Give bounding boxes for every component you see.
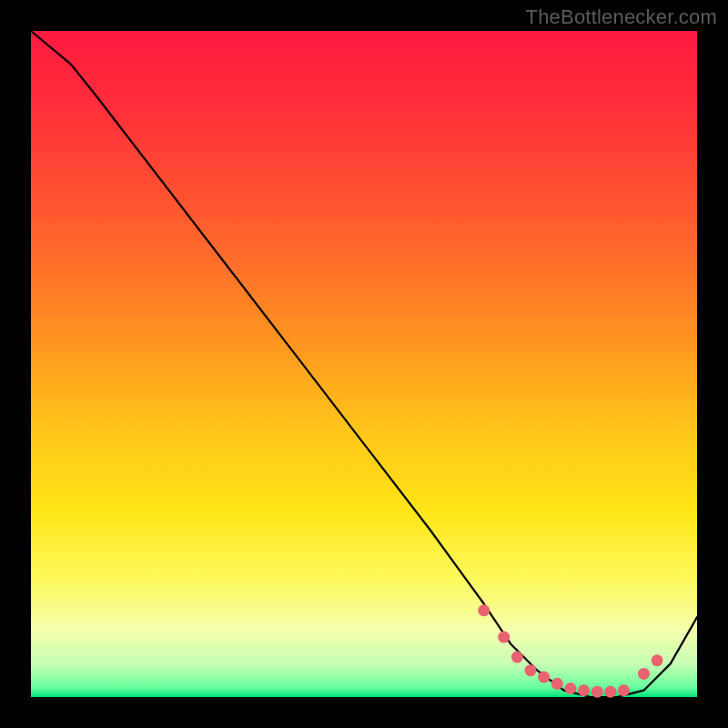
highlight-dot bbox=[652, 654, 663, 666]
highlight-dot bbox=[618, 684, 630, 696]
highlight-dot bbox=[538, 672, 550, 683]
highlight-dot bbox=[498, 632, 510, 643]
bottleneck-chart bbox=[0, 0, 728, 728]
watermark-text: TheBottlenecker.com bbox=[526, 5, 717, 29]
highlight-dot bbox=[592, 686, 603, 698]
highlight-dot bbox=[578, 684, 590, 696]
highlight-dot bbox=[478, 604, 490, 616]
highlight-dot bbox=[638, 668, 650, 680]
plot-background bbox=[31, 31, 697, 697]
highlight-dot bbox=[511, 652, 523, 663]
highlight-dot bbox=[551, 678, 563, 690]
chart-frame: TheBottlenecker.com bbox=[0, 0, 728, 728]
highlight-dot bbox=[525, 664, 537, 676]
highlight-dot bbox=[564, 682, 576, 694]
highlight-dot bbox=[604, 686, 616, 698]
